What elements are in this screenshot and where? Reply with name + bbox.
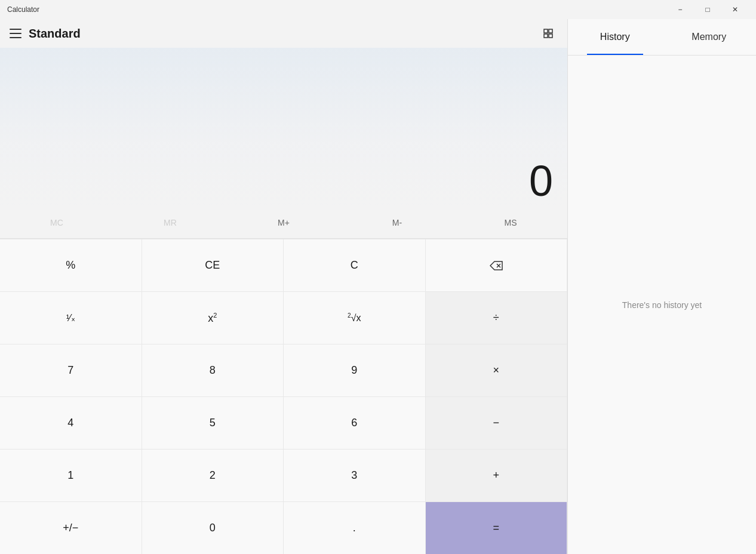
svg-rect-3	[549, 34, 552, 38]
reciprocal-button[interactable]: ¹⁄ₓ	[0, 291, 142, 344]
five-button[interactable]: 5	[142, 396, 284, 449]
hamburger-line-1	[10, 29, 21, 30]
svg-rect-1	[549, 29, 552, 33]
calc-header: Standard	[0, 19, 567, 48]
backspace-button[interactable]	[426, 239, 568, 291]
right-panel: History Memory There's no history yet	[567, 19, 756, 554]
subtract-button[interactable]: −	[426, 396, 568, 449]
decimal-button[interactable]: .	[284, 501, 426, 554]
hamburger-line-3	[10, 37, 21, 38]
eight-button[interactable]: 8	[142, 344, 284, 396]
seven-button[interactable]: 7	[0, 344, 142, 396]
divide-button[interactable]: ÷	[426, 291, 568, 344]
expand-icon	[543, 29, 553, 38]
four-button[interactable]: 4	[0, 396, 142, 449]
equals-button[interactable]: =	[426, 501, 568, 554]
mplus-button[interactable]: M+	[227, 210, 340, 236]
ms-button[interactable]: MS	[454, 210, 567, 236]
two-button[interactable]: 2	[142, 449, 284, 501]
window-controls: − □ ✕	[666, 0, 749, 19]
svg-rect-0	[544, 29, 548, 33]
display-value: 0	[529, 159, 553, 202]
add-button[interactable]: +	[426, 449, 568, 501]
mminus-button[interactable]: M-	[340, 210, 454, 236]
one-button[interactable]: 1	[0, 449, 142, 501]
memory-tab[interactable]: Memory	[662, 19, 757, 55]
calculator-panel: Standard 0 MC MR M+ M- MS %	[0, 19, 567, 554]
sqrt-label: 2√x	[348, 312, 361, 324]
calculator-mode-title: Standard	[29, 27, 531, 41]
history-content: There's no history yet	[568, 56, 756, 554]
nine-button[interactable]: 9	[284, 344, 426, 396]
minimize-button[interactable]: −	[666, 0, 694, 19]
expand-button[interactable]	[539, 24, 558, 43]
zero-button[interactable]: 0	[142, 501, 284, 554]
multiply-button[interactable]: ×	[426, 344, 568, 396]
history-empty-message: There's no history yet	[622, 300, 702, 310]
sqrt-button[interactable]: 2√x	[284, 291, 426, 344]
svg-rect-2	[544, 34, 548, 38]
square-label: x2	[208, 312, 217, 325]
close-button[interactable]: ✕	[721, 0, 749, 19]
keypad: % CE C ¹⁄ₓ x2 2√x ÷ 7 8	[0, 239, 567, 554]
negate-button[interactable]: +/−	[0, 501, 142, 554]
mr-button[interactable]: MR	[113, 210, 227, 236]
reciprocal-label: ¹⁄ₓ	[66, 312, 75, 324]
percent-button[interactable]: %	[0, 239, 142, 291]
c-button[interactable]: C	[284, 239, 426, 291]
ce-button[interactable]: CE	[142, 239, 284, 291]
memory-row: MC MR M+ M- MS	[0, 207, 567, 239]
panel-tabs: History Memory	[568, 19, 756, 56]
maximize-button[interactable]: □	[694, 0, 721, 19]
six-button[interactable]: 6	[284, 396, 426, 449]
square-button[interactable]: x2	[142, 291, 284, 344]
history-tab[interactable]: History	[568, 19, 662, 55]
app-title: Calculator	[7, 5, 666, 14]
main-container: Standard 0 MC MR M+ M- MS %	[0, 19, 756, 554]
three-button[interactable]: 3	[284, 449, 426, 501]
hamburger-line-2	[10, 33, 21, 34]
mc-button[interactable]: MC	[0, 210, 113, 236]
menu-button[interactable]	[10, 27, 21, 39]
display-area: 0	[0, 48, 567, 207]
backspace-icon	[490, 261, 503, 270]
title-bar: Calculator − □ ✕	[0, 0, 756, 19]
